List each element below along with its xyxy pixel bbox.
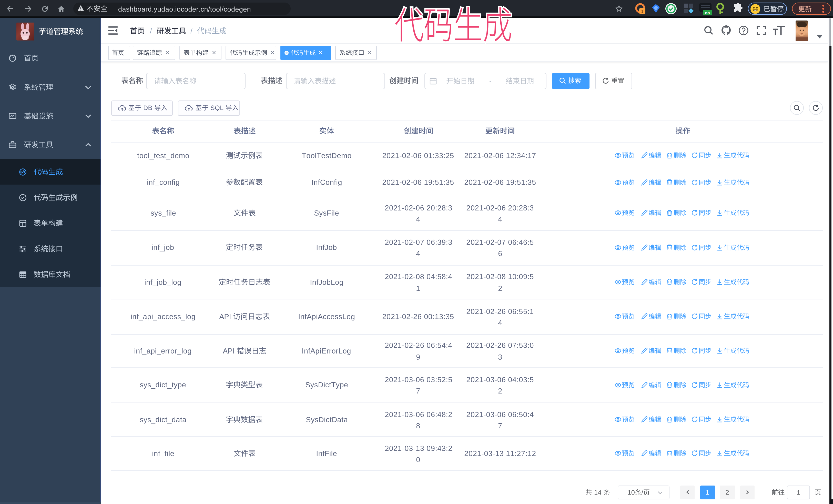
svg-text:on: on bbox=[705, 11, 710, 15]
svg-text:1: 1 bbox=[641, 9, 644, 14]
